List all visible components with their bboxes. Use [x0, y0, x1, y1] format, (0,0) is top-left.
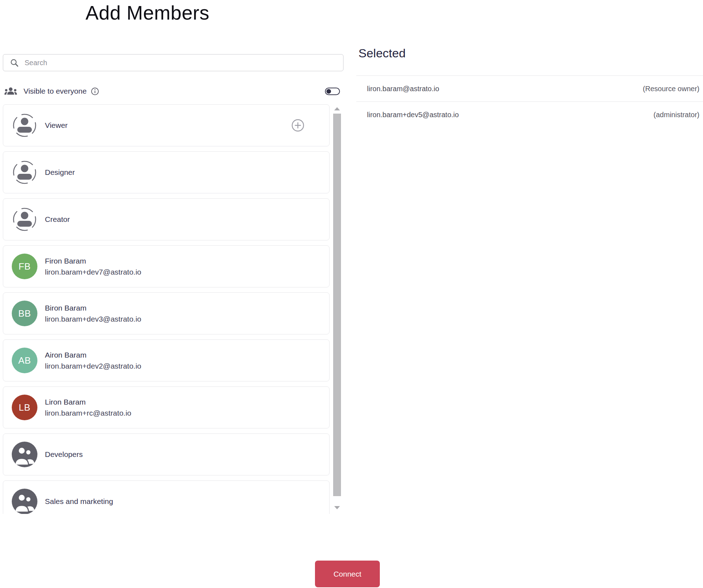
- members-list: Viewer Designer CreatorFBFiron Baramliro…: [3, 104, 343, 514]
- groups-icon: [4, 87, 17, 95]
- person-dashed-circle-icon: [12, 113, 37, 138]
- user-name: Liron Baram: [45, 398, 131, 406]
- user-name: Firon Baram: [45, 257, 141, 265]
- search-input[interactable]: [25, 54, 343, 71]
- selected-email: liron.baram+dev5@astrato.io: [367, 111, 459, 119]
- member-label: Sales and marketing: [45, 497, 113, 506]
- selected-email: liron.baram@astrato.io: [367, 85, 439, 93]
- group-people-icon: [12, 442, 37, 467]
- member-card-role[interactable]: Designer: [3, 151, 330, 193]
- selected-role: (Resource owner): [643, 85, 699, 93]
- info-icon[interactable]: [91, 87, 99, 95]
- member-card-group[interactable]: Developers: [3, 433, 330, 475]
- member-card-role[interactable]: Creator: [3, 198, 330, 240]
- avatar: LB: [12, 395, 37, 420]
- search-box: [3, 54, 343, 71]
- visibility-label: Visible to everyone: [24, 87, 87, 95]
- user-texts: Firon Baramliron.baram+dev7@astrato.io: [45, 257, 141, 276]
- member-label: Developers: [45, 450, 83, 459]
- member-label: Designer: [45, 168, 75, 177]
- person-dashed-circle-icon: [12, 207, 37, 232]
- search-icon: [10, 58, 19, 67]
- user-name: Airon Baram: [45, 351, 141, 359]
- user-email: liron.baram+dev7@astrato.io: [45, 268, 141, 276]
- user-email: liron.baram+dev2@astrato.io: [45, 362, 141, 370]
- user-texts: Airon Baramliron.baram+dev2@astrato.io: [45, 351, 141, 370]
- user-texts: Biron Baramliron.baram+dev3@astrato.io: [45, 304, 141, 323]
- selected-role: (administrator): [653, 111, 699, 119]
- member-card-role[interactable]: Viewer: [3, 104, 330, 146]
- selected-title: Selected: [358, 46, 703, 60]
- visibility-toggle[interactable]: [325, 88, 340, 95]
- user-email: liron.baram+dev3@astrato.io: [45, 315, 141, 323]
- visibility-row: Visible to everyone: [4, 85, 343, 98]
- add-members-dialog: Add Members Visible to everyone Vi: [0, 0, 703, 588]
- plus-circle-icon: [291, 119, 304, 132]
- member-label: Creator: [45, 215, 70, 224]
- member-card-user[interactable]: LBLiron Baramliron.baram+rc@astrato.io: [3, 386, 330, 428]
- member-label: Viewer: [45, 121, 68, 130]
- avatar: BB: [12, 301, 37, 326]
- selected-row[interactable]: liron.baram+dev5@astrato.io(administrato…: [356, 102, 703, 128]
- scroll-thumb[interactable]: [333, 114, 341, 496]
- connect-button[interactable]: Connect: [315, 561, 380, 587]
- user-name: Biron Baram: [45, 304, 141, 312]
- page-title: Add Members: [86, 1, 210, 24]
- user-email: liron.baram+rc@astrato.io: [45, 409, 131, 417]
- scroll-down-arrow-icon[interactable]: [334, 506, 340, 509]
- user-texts: Liron Baramliron.baram+rc@astrato.io: [45, 398, 131, 417]
- selected-row[interactable]: liron.baram@astrato.io(Resource owner): [356, 76, 703, 102]
- member-card-user[interactable]: FBFiron Baramliron.baram+dev7@astrato.io: [3, 245, 330, 287]
- member-card-user[interactable]: BBBiron Baramliron.baram+dev3@astrato.io: [3, 292, 330, 334]
- member-card-user[interactable]: ABAiron Baramliron.baram+dev2@astrato.io: [3, 339, 330, 381]
- avatar: FB: [12, 254, 37, 279]
- avatar: AB: [12, 348, 37, 373]
- person-dashed-circle-icon: [12, 160, 37, 185]
- add-member-button[interactable]: [291, 119, 304, 132]
- selected-panel: Selected liron.baram@astrato.io(Resource…: [356, 46, 703, 128]
- toggle-knob: [326, 89, 331, 94]
- group-people-icon: [12, 489, 37, 514]
- scrollbar[interactable]: [333, 104, 341, 514]
- member-card-group[interactable]: Sales and marketing: [3, 480, 330, 514]
- scroll-up-arrow-icon[interactable]: [334, 107, 340, 110]
